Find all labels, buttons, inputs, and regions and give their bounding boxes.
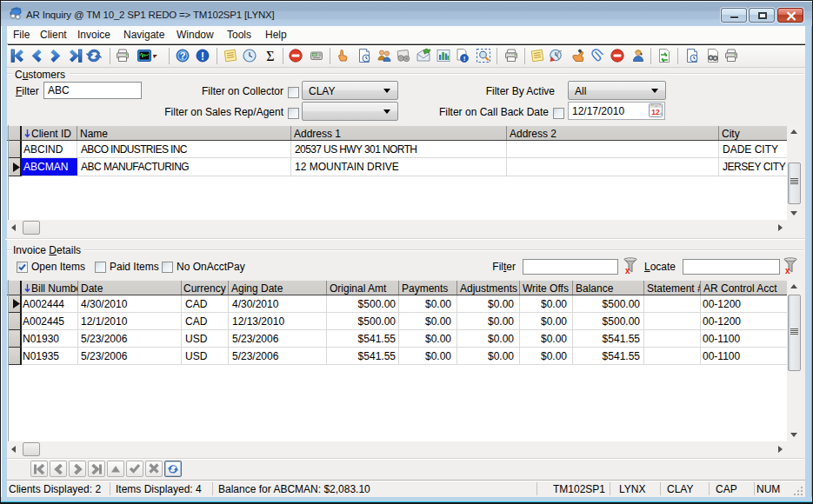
- svg-text:x: x: [785, 266, 790, 275]
- svg-text:x: x: [625, 266, 630, 275]
